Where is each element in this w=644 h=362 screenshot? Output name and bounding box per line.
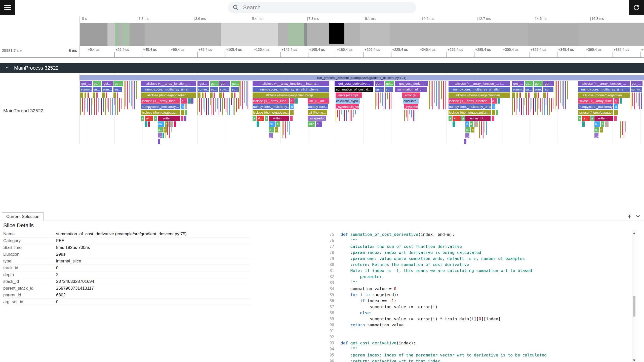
flame-slice[interactable] (94, 98, 95, 115)
flame-slice[interactable] (108, 98, 109, 112)
flame-slice[interactable]: su… (210, 87, 218, 92)
minimap[interactable] (79, 23, 644, 46)
flame-slice[interactable]: allclose (/home/gaogaotian… (578, 93, 630, 98)
flame-slice[interactable]: numpy.core._multiarray_uma… (578, 87, 630, 92)
flame-slice[interactable] (385, 93, 386, 109)
flame-slice[interactable]: numpy.core._multiarray… (141, 104, 180, 109)
flame-slice[interactable]: allclose (<__array_function_… (578, 81, 630, 86)
flame-slice[interactable] (474, 121, 478, 127)
flame-slice[interactable] (205, 98, 205, 112)
flame-slice[interactable] (214, 93, 215, 98)
flame-slice[interactable]: a… (269, 127, 274, 132)
flame-slice[interactable] (605, 121, 609, 127)
flame-slice[interactable] (87, 98, 88, 112)
flame-slice[interactable] (127, 81, 128, 109)
flame-slice[interactable]: a (614, 104, 618, 109)
flame-slice[interactable] (222, 98, 223, 115)
flame-slice[interactable] (202, 93, 204, 98)
flame-slice[interactable]: _ (80, 93, 83, 98)
flame-slice[interactable]: get_cost_deriv… (395, 81, 428, 86)
flame-slice[interactable]: a… (290, 98, 295, 104)
flame-slice[interactable] (210, 98, 211, 105)
flame-slice[interactable] (620, 121, 621, 138)
flame-slice[interactable]: a (141, 116, 144, 121)
flame-slice[interactable] (525, 93, 527, 98)
flame-slice[interactable]: within… (594, 116, 613, 121)
scroll-up-arrow[interactable] (633, 232, 635, 234)
flame-slice[interactable] (197, 98, 198, 115)
flame-slice[interactable] (556, 81, 557, 106)
flame-slice[interactable]: s (164, 127, 167, 132)
flame-slice[interactable]: a (253, 116, 256, 121)
flame-slice[interactable] (163, 133, 164, 138)
flame-slice[interactable] (512, 98, 513, 115)
search-bar[interactable] (228, 2, 416, 13)
flame-slice[interactable] (215, 98, 216, 112)
flame-slice[interactable]: ge… (210, 81, 219, 86)
flame-slice[interactable] (547, 93, 548, 98)
chevron-down-icon[interactable] (634, 213, 641, 220)
flame-slice[interactable] (136, 81, 137, 99)
flame-slice[interactable] (530, 98, 531, 112)
flame-slice[interactable] (337, 110, 338, 117)
flame-slice[interactable]: _hypothesis_va… (336, 104, 359, 109)
flame-slice[interactable] (521, 98, 522, 115)
flame-slice[interactable]: ge… (113, 81, 123, 86)
flame-slice[interactable] (453, 121, 455, 127)
flame-slice[interactable]: _… (158, 133, 162, 138)
flame-slice[interactable]: a (590, 116, 594, 121)
flame-slice[interactable] (124, 81, 125, 109)
flame-slice[interactable]: _ (197, 93, 200, 98)
flame-slice[interactable]: a… (276, 121, 280, 127)
flame-slice[interactable] (246, 81, 247, 106)
flame-slice[interactable] (185, 104, 187, 109)
flame-slice[interactable]: s (600, 127, 603, 132)
flame-slice[interactable]: n (464, 139, 466, 144)
flame-slice[interactable] (384, 93, 384, 109)
flame-slice[interactable] (107, 98, 107, 109)
flame-slice[interactable] (226, 98, 226, 112)
flame-slice[interactable] (174, 121, 176, 127)
flame-slice[interactable] (341, 110, 342, 114)
flame-slice[interactable] (378, 93, 379, 109)
minimap-selection[interactable] (329, 23, 344, 44)
flame-slice[interactable] (134, 81, 135, 109)
scroll-thumb[interactable] (633, 296, 635, 317)
flame-slice[interactable] (625, 121, 626, 132)
flame-slice[interactable] (227, 98, 228, 115)
flame-slice[interactable] (526, 98, 527, 115)
flame-slice[interactable] (166, 121, 166, 138)
flame-slice[interactable] (391, 93, 391, 109)
flame-slice[interactable] (634, 93, 635, 109)
flame-slice[interactable]: su… (543, 87, 553, 92)
flame-slice[interactable] (110, 98, 111, 115)
flame-slice[interactable] (208, 98, 209, 115)
flame-slice[interactable] (622, 121, 623, 135)
flame-slice[interactable] (562, 81, 562, 106)
flame-slice[interactable] (242, 81, 243, 109)
flame-slice[interactable]: a… (181, 98, 187, 104)
flame-slice[interactable] (80, 98, 81, 115)
flame-slice[interactable] (516, 98, 516, 115)
flame-slice[interactable]: allclose (<__array_function_… (141, 81, 196, 86)
flame-slice[interactable] (519, 98, 520, 112)
flame-slice[interactable] (567, 81, 568, 99)
flame-slice[interactable] (543, 93, 546, 98)
flame-slice[interactable]: s (471, 127, 474, 132)
flame-slice[interactable] (555, 81, 555, 109)
flame-slice[interactable] (413, 110, 414, 121)
flame-slice[interactable]: numpy.core… (308, 104, 328, 109)
flame-slice[interactable] (492, 110, 495, 115)
flame-slice[interactable]: _hypothes… (404, 104, 418, 109)
flame-slice[interactable] (528, 98, 529, 115)
flame-slice[interactable]: _error (exampl… (336, 93, 362, 98)
flame-slice[interactable] (181, 110, 184, 115)
flame-slice[interactable] (525, 98, 525, 105)
flame-slice[interactable] (112, 98, 113, 115)
flame-slice[interactable] (205, 93, 206, 98)
refresh-button[interactable] (629, 0, 644, 15)
flame-slice[interactable]: s (275, 127, 278, 132)
flame-slice[interactable] (88, 93, 89, 98)
flame-slice[interactable] (641, 93, 642, 109)
flame-slice[interactable] (82, 98, 83, 112)
